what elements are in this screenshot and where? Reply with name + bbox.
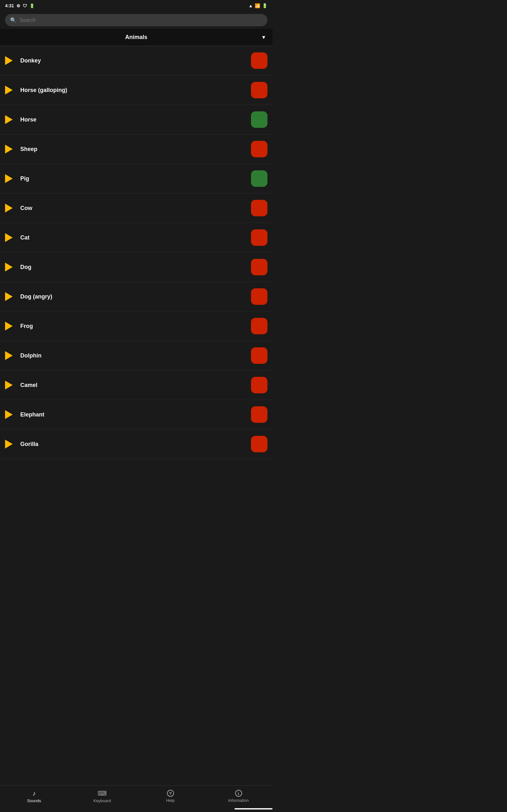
favorite-button[interactable] <box>251 377 268 393</box>
play-button[interactable] <box>5 440 13 449</box>
status-bar: 4:31 ⚙ 🛡 🔋 ▲ 📶 🔋 <box>0 0 273 11</box>
list-item[interactable]: Cow <box>0 194 273 223</box>
play-button[interactable] <box>5 380 13 390</box>
list-item[interactable]: Dog <box>0 252 273 282</box>
list-item[interactable]: Dolphin <box>0 341 273 370</box>
play-button[interactable] <box>5 56 13 65</box>
animal-name: Camel <box>20 382 251 389</box>
search-bar[interactable]: 🔍 <box>5 14 268 26</box>
animal-name: Gorilla <box>20 441 251 448</box>
animal-name: Donkey <box>20 57 251 64</box>
play-button[interactable] <box>5 174 13 183</box>
list-item[interactable]: Horse <box>0 105 273 135</box>
animal-name: Cat <box>20 235 251 241</box>
favorite-button[interactable] <box>251 288 268 305</box>
list-item[interactable]: Sheep <box>0 135 273 164</box>
status-right-icons: ▲ 📶 🔋 <box>248 3 268 8</box>
favorite-button[interactable] <box>251 318 268 334</box>
animal-name: Frog <box>20 323 251 329</box>
favorite-button[interactable] <box>251 406 268 423</box>
animal-name: Elephant <box>20 411 251 418</box>
list-item[interactable]: Dog (angry) <box>0 282 273 311</box>
play-button[interactable] <box>5 263 13 271</box>
favorite-button[interactable] <box>251 347 268 364</box>
favorite-button[interactable] <box>251 141 268 157</box>
favorite-button[interactable] <box>251 200 268 216</box>
favorite-button[interactable] <box>251 259 268 275</box>
animal-list: DonkeyHorse (galloping)HorseSheepPigCowC… <box>0 46 273 459</box>
favorite-button[interactable] <box>251 170 268 187</box>
favorite-button[interactable] <box>251 229 268 246</box>
animal-name: Dog <box>20 264 251 270</box>
list-item[interactable]: Donkey <box>0 46 273 75</box>
favorite-button[interactable] <box>251 111 268 128</box>
play-button[interactable] <box>5 204 13 212</box>
list-item[interactable]: Cat <box>0 223 273 252</box>
animal-name: Pig <box>20 175 251 182</box>
play-button[interactable] <box>5 351 13 360</box>
dropdown-arrow-icon: ▼ <box>261 35 266 40</box>
list-item[interactable]: Gorilla <box>0 429 273 459</box>
list-item[interactable]: Pig <box>0 164 273 194</box>
animal-name: Horse (galloping) <box>20 87 251 94</box>
play-button[interactable] <box>5 115 13 124</box>
wifi-icon: ▲ <box>248 3 253 8</box>
list-item[interactable]: Camel <box>0 370 273 400</box>
favorite-button[interactable] <box>251 52 268 69</box>
search-icon: 🔍 <box>10 17 16 23</box>
signal-icon: 📶 <box>255 3 260 8</box>
battery-icon: 🔋 <box>262 3 268 8</box>
category-dropdown[interactable]: Animals ▼ <box>0 29 273 46</box>
animal-name: Sheep <box>20 146 251 153</box>
list-item[interactable]: Frog <box>0 311 273 341</box>
play-button[interactable] <box>5 145 13 154</box>
category-title: Animals <box>125 34 147 41</box>
animal-name: Cow <box>20 205 251 212</box>
animal-name: Dog (angry) <box>20 293 251 300</box>
animal-name: Dolphin <box>20 352 251 359</box>
play-button[interactable] <box>5 322 13 331</box>
favorite-button[interactable] <box>251 436 268 452</box>
animal-name: Horse <box>20 116 251 123</box>
favorite-button[interactable] <box>251 82 268 98</box>
search-input[interactable] <box>20 17 262 23</box>
play-button[interactable] <box>5 233 13 242</box>
play-button[interactable] <box>5 410 13 419</box>
status-time-area: 4:31 ⚙ 🛡 🔋 <box>5 3 35 8</box>
play-button[interactable] <box>5 86 13 95</box>
play-button[interactable] <box>5 292 13 301</box>
list-item[interactable]: Elephant <box>0 400 273 429</box>
settings-icon: ⚙ <box>16 3 20 8</box>
list-item[interactable]: Horse (galloping) <box>0 75 273 105</box>
time-display: 4:31 <box>5 3 14 8</box>
shield-icon: 🛡 <box>23 3 27 8</box>
battery-save-icon: 🔋 <box>30 3 35 8</box>
